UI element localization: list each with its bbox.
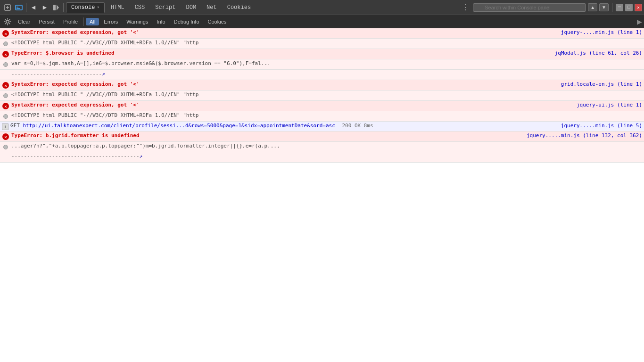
tab-cookies-label: Cookies (227, 4, 251, 11)
entry-1-sub-icon (2, 40, 9, 48)
entry-6-content: TypeError: b.jgrid.formatter is undefine… (11, 132, 523, 139)
tab-cookies[interactable]: Cookies (222, 2, 256, 13)
console-entry-5: + GET http://ui.talktoanexpert.com/clien… (0, 122, 644, 132)
console-entry-1-sub: <!DOCTYPE html PUBLIC "-//W3C//DTD XHTML… (0, 39, 644, 49)
error-icon-1: ✕ (2, 30, 9, 37)
entry-4-message: SyntaxError: expected expression, got '<… (11, 102, 140, 108)
entry-1-content: SyntaxError: expected expression, got '<… (11, 29, 557, 35)
tab-script-label: Script (155, 4, 175, 11)
scroll-right-button[interactable]: ▶ (637, 18, 642, 25)
toolbar-separator-3 (612, 3, 612, 12)
minimize-button[interactable]: ─ (616, 4, 623, 11)
options-icon[interactable]: ⋮ (460, 2, 471, 13)
tab-css-label: CSS (135, 4, 145, 11)
entry-3-source[interactable]: grid.locale-en.js (line 1) (561, 81, 642, 87)
console-entry-1: ✕ SyntaxError: expected expression, got … (0, 28, 644, 39)
tab-net[interactable]: Net (201, 2, 222, 13)
entry-2-sub1-content: var s=0,H=$.jqm.hash,A=[],ie6=$.browser.… (11, 60, 642, 66)
entry-2-sub1-icon (2, 61, 9, 68)
svg-rect-6 (53, 5, 56, 10)
entry-2-source[interactable]: jqModal.js (line 61, col 26) (555, 50, 642, 56)
entry-4-sub-content: <!DOCTYPE html PUBLIC "-//W3C//DTD XHTML… (11, 112, 642, 118)
entry-6-sub2-dash: ----------------------------------------… (11, 153, 142, 159)
tab-dom[interactable]: DOM (181, 2, 201, 13)
entry-5-source[interactable]: jquery-....min.js (line 5) (561, 123, 642, 129)
forward-icon[interactable]: ▶ (39, 2, 50, 13)
entry-2-message: TypeError: $.browser is undefined (11, 50, 115, 56)
toolbar-separator-1 (26, 3, 26, 12)
main-toolbar: ◀ ▶ Console ▾ HTML CSS Script DOM Net Co… (0, 0, 644, 15)
toolbar-separator-2 (63, 3, 64, 12)
step-icon[interactable] (50, 2, 62, 13)
inspect-icon[interactable] (2, 2, 13, 13)
persist-button[interactable]: Persist (35, 18, 58, 25)
svg-marker-7 (57, 5, 59, 10)
tab-css[interactable]: CSS (130, 2, 150, 13)
error-icon-6: ✕ (2, 133, 9, 140)
filter-info[interactable]: Info (153, 18, 169, 25)
console-entry-2-sub1: var s=0,H=$.jqm.hash,A=[],ie6=$.browser.… (0, 59, 644, 70)
entry-1-message: SyntaxError: expected expression, got '<… (11, 29, 140, 35)
tab-console-label: Console (71, 4, 95, 11)
entry-6-sub2-content: ----------------------------------------… (11, 153, 642, 159)
entry-6-sub2-icon (2, 154, 9, 161)
console-entry-3-sub: <!DOCTYPE html PUBLIC "-//W3C//DTD XHTML… (0, 90, 644, 101)
tab-html-label: HTML (111, 4, 124, 11)
tab-script[interactable]: Script (150, 2, 181, 13)
tab-console-arrow[interactable]: ▾ (97, 5, 99, 10)
entry-3-sub-content: <!DOCTYPE html PUBLIC "-//W3C//DTD XHTML… (11, 91, 642, 98)
entry-1-sub-content: <!DOCTYPE html PUBLIC "-//W3C//DTD XHTML… (11, 40, 642, 46)
filter-bar: Clear Persist Profile All Errors Warning… (0, 15, 644, 28)
svg-point-8 (6, 20, 9, 23)
search-next-button[interactable]: ▼ (599, 3, 609, 11)
settings-icon[interactable] (2, 16, 13, 27)
entry-2-sub2-dash: -----------------------------↗ (11, 71, 105, 77)
profile-button[interactable]: Profile (59, 18, 82, 25)
entry-6-sub1-icon (2, 143, 9, 151)
entry-3-sub-icon (2, 92, 9, 99)
svg-rect-3 (16, 5, 22, 10)
search-input[interactable] (473, 3, 586, 12)
filter-errors[interactable]: Errors (100, 18, 122, 25)
expand-icon-5[interactable]: + (2, 123, 8, 130)
error-icon-3: ✕ (2, 82, 9, 89)
filter-warnings[interactable]: Warnings (123, 18, 152, 25)
entry-1-sub-code: <!DOCTYPE html PUBLIC "-//W3C//DTD XHTML… (11, 40, 198, 46)
filter-right: ▶ (637, 18, 642, 25)
console-entry-3: ✕ SyntaxError: expected expression, got … (0, 80, 644, 90)
entry-6-sub1-content: ...ager?n?","+a.p.toppager:a.p.toppager:… (11, 143, 642, 149)
entry-1-source[interactable]: jquery-....min.js (line 1) (561, 29, 642, 35)
entry-3-sub-code: <!DOCTYPE html PUBLIC "-//W3C//DTD XHTML… (11, 91, 198, 98)
entry-4-source[interactable]: jquery-ui.js (line 1) (577, 102, 642, 108)
search-wrap: 🔍 (473, 3, 586, 12)
back-icon[interactable]: ◀ (28, 2, 39, 13)
entry-5-url[interactable]: http://ui.talktoanexpert.com/client/prof… (23, 123, 335, 129)
search-prev-button[interactable]: ▲ (588, 3, 597, 11)
filter-separator (83, 17, 84, 26)
console-entry-4-sub: <!DOCTYPE html PUBLIC "-//W3C//DTD XHTML… (0, 111, 644, 122)
tab-dom-label: DOM (186, 4, 196, 11)
entry-2-sub1-code: var s=0,H=$.jqm.hash,A=[],ie6=$.browser.… (11, 60, 271, 66)
filter-cookies[interactable]: Cookies (204, 18, 231, 25)
entry-5-content: GET http://ui.talktoanexpert.com/client/… (10, 123, 557, 129)
console-entry-2: ✕ TypeError: $.browser is undefined jqMo… (0, 49, 644, 59)
entry-6-source[interactable]: jquery.....min.js (line 132, col 362) (527, 132, 642, 139)
entry-5-method: GET (10, 123, 23, 129)
console-entry-6-sub2: ----------------------------------------… (0, 152, 644, 163)
filter-debug[interactable]: Debug Info (170, 18, 203, 25)
console-entry-6: ✕ TypeError: b.jgrid.formatter is undefi… (0, 132, 644, 142)
maximize-button[interactable]: □ (625, 4, 633, 11)
entry-5-status: 200 OK 8ms (342, 123, 373, 129)
console-entry-4: ✕ SyntaxError: expected expression, got … (0, 101, 644, 111)
entry-3-content: SyntaxError: expected expression, got '<… (11, 81, 557, 87)
tab-console[interactable]: Console ▾ (66, 2, 105, 13)
entry-2-sub2-icon (2, 71, 9, 79)
console-icon[interactable] (13, 2, 25, 13)
tab-html[interactable]: HTML (106, 2, 130, 13)
panel-tabs: Console ▾ HTML CSS Script DOM Net Cookie… (65, 2, 460, 13)
close-button[interactable]: ✕ (635, 4, 642, 11)
error-icon-2: ✕ (2, 50, 9, 58)
filter-all[interactable]: All (86, 18, 99, 25)
clear-button[interactable]: Clear (14, 18, 34, 25)
console-panel: ✕ SyntaxError: expected expression, got … (0, 28, 644, 362)
